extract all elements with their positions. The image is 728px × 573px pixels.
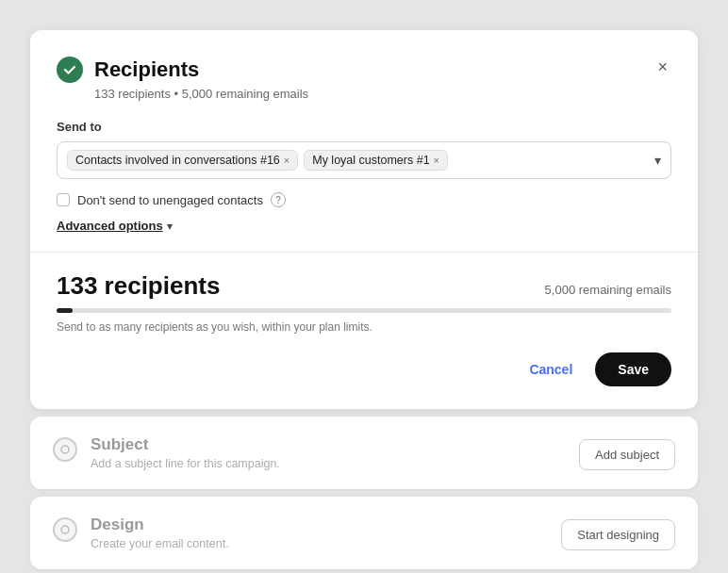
card-subtitle: 133 recipients • 5,000 remaining emails: [94, 87, 671, 101]
advanced-options-chevron-icon: ▾: [167, 220, 173, 233]
svg-point-0: [61, 446, 69, 453]
progress-bar-fill: [57, 308, 73, 313]
cancel-button[interactable]: Cancel: [518, 354, 584, 385]
tag-loyal-customers-close[interactable]: ×: [434, 156, 439, 166]
progress-hint: Send to as many recipients as you wish, …: [57, 320, 671, 334]
unengaged-label: Don't send to unengaged contacts: [77, 193, 263, 207]
page-container: Recipients × 133 recipients • 5,000 rema…: [15, 15, 713, 573]
divider: [30, 252, 698, 253]
unengaged-checkbox[interactable]: [57, 193, 70, 206]
header-left: Recipients: [57, 57, 199, 83]
design-card-title: Design: [91, 516, 229, 534]
design-circle-icon: [53, 517, 77, 542]
subject-card-description: Add a subject line for this campaign.: [91, 457, 280, 470]
add-subject-button[interactable]: Add subject: [579, 439, 675, 470]
unengaged-checkbox-row: Don't send to unengaged contacts ?: [57, 192, 671, 207]
tag-conversations-text: Contacts involved in conversations #16: [75, 154, 280, 167]
tag-loyal-customers-text: My loyal customers #1: [312, 154, 429, 167]
subject-card-title: Subject: [91, 435, 280, 454]
start-designing-button[interactable]: Start designing: [561, 519, 675, 550]
advanced-options-label: Advanced options: [57, 219, 163, 233]
subject-circle-icon: [53, 437, 77, 462]
help-icon[interactable]: ?: [271, 192, 286, 207]
send-to-dropdown[interactable]: Contacts involved in conversations #16 ×…: [57, 141, 671, 179]
recipients-summary-row: 133 recipients 5,000 remaining emails: [57, 271, 671, 301]
subject-card-content: Subject Add a subject line for this camp…: [91, 435, 280, 470]
dropdown-arrow-icon: ▾: [654, 153, 661, 168]
action-row: Cancel Save: [57, 352, 671, 386]
design-card-content: Design Create your email content.: [91, 516, 229, 550]
recipients-card: Recipients × 133 recipients • 5,000 rema…: [30, 30, 698, 409]
design-card-left: Design Create your email content.: [53, 516, 229, 550]
design-card-description: Create your email content.: [91, 537, 229, 550]
remaining-emails: 5,000 remaining emails: [545, 283, 671, 297]
subject-card-left: Subject Add a subject line for this camp…: [53, 435, 280, 470]
card-title: Recipients: [94, 57, 199, 82]
design-card: Design Create your email content. Start …: [30, 497, 698, 569]
progress-bar-container: [57, 308, 671, 313]
tag-conversations-close[interactable]: ×: [284, 156, 290, 166]
check-icon: [57, 57, 83, 83]
recipients-count: 133 recipients: [57, 271, 220, 301]
tag-conversations[interactable]: Contacts involved in conversations #16 ×: [67, 150, 298, 171]
subject-card: Subject Add a subject line for this camp…: [30, 417, 698, 489]
svg-point-1: [61, 526, 69, 533]
card-header: Recipients ×: [57, 57, 671, 83]
close-button[interactable]: ×: [654, 55, 671, 79]
tag-loyal-customers[interactable]: My loyal customers #1 ×: [304, 150, 448, 171]
advanced-options-toggle[interactable]: Advanced options ▾: [57, 219, 671, 233]
send-to-label: Send to: [57, 120, 671, 134]
save-button[interactable]: Save: [595, 352, 671, 386]
